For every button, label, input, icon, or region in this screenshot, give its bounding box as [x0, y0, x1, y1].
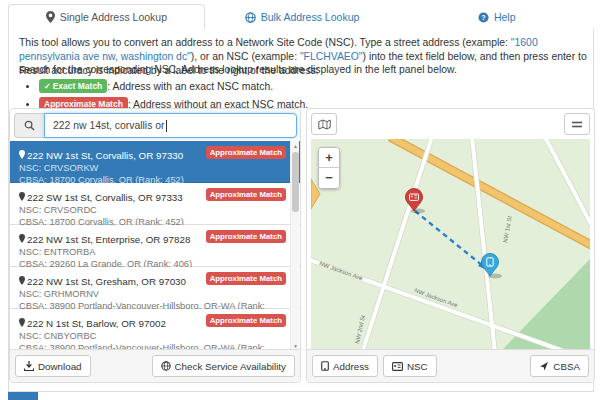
map-panel: NW Jackson Ave NW Jackson Ave NW 1st St … [306, 108, 595, 383]
search-value: 222 nw 14st, corvallis or [53, 120, 164, 131]
tab-label: Help [494, 11, 516, 23]
match-badge: Approximate Match [206, 230, 286, 243]
globe-icon [161, 361, 171, 371]
basemap-button[interactable] [311, 113, 337, 135]
tab-label: Bulk Address Lookup [261, 11, 360, 23]
result-item[interactable]: 222 N 1st St, Barlow, OR 97002 Approxima… [10, 309, 300, 351]
tab-content: This tool allows you to convert an addre… [8, 29, 594, 392]
result-item[interactable]: 222 SW 1st St, Corvallis, OR 97333 Appro… [10, 183, 300, 225]
result-address: 222 NW 1st St, Gresham, OR 97030 [27, 276, 186, 287]
zoom-in-button[interactable]: + [319, 148, 339, 168]
result-address: 222 N 1st St, Barlow, OR 97002 [27, 318, 166, 329]
tab-bar: Single Address Lookup Bulk Address Looku… [8, 4, 594, 30]
intro-text: This tool allows you to convert an addre… [19, 37, 511, 48]
result-address: 222 NW 1st St, Corvallis, OR 97330 [27, 150, 183, 161]
result-nsc: NSC: CRVSORKW [19, 163, 274, 175]
check-icon: ✓ [44, 82, 51, 91]
check-service-availability-button[interactable]: Check Service Availability [152, 355, 295, 377]
button-label: Address [333, 361, 369, 372]
result-nsc: NSC: ENTRORBA [19, 247, 274, 259]
map-zoom-control: + − [318, 147, 340, 189]
result-address: 222 SW 1st St, Corvallis, OR 97333 [27, 192, 183, 203]
nsc-lookup-app: Single Address Lookup Bulk Address Looku… [0, 0, 602, 400]
legend-exact-match: ✓Exact Match: Address with an exact NSC … [39, 79, 308, 93]
tab-bulk-address-lookup[interactable]: Bulk Address Lookup [205, 4, 400, 30]
download-button[interactable]: Download [15, 355, 91, 377]
map-footer-left-buttons: Address NSC [312, 355, 437, 377]
results-scrollbar[interactable]: ▲ ▼ [290, 141, 299, 351]
search-group: 222 nw 14st, corvallis or [14, 113, 297, 138]
result-nsc: NSC: GRHMORNV [19, 289, 274, 301]
map-marker-icon [19, 313, 25, 331]
tab-label: Single Address Lookup [60, 11, 167, 23]
zoom-out-button[interactable]: − [319, 168, 339, 188]
results-list: 222 NW 1st St, Corvallis, OR 97330 Appro… [10, 141, 300, 351]
send-arrow-icon [539, 361, 549, 371]
cbsa-button[interactable]: CBSA [530, 355, 589, 377]
folded-map-icon [318, 119, 331, 130]
results-footer: Download Check Service Availability [10, 349, 300, 382]
tab-help[interactable]: ? Help [399, 4, 594, 30]
match-badge: Approximate Match [206, 188, 286, 201]
svg-text:?: ? [481, 13, 486, 22]
search-icon [24, 120, 35, 131]
nsc-button[interactable]: NSC [383, 355, 437, 377]
match-badge: Approximate Match [206, 314, 286, 327]
map-marker-icon [19, 229, 25, 247]
badge-label: Exact Match [53, 81, 103, 91]
map-svg: NW Jackson Ave NW Jackson Ave NW 1st St … [311, 139, 590, 351]
scrollbar-thumb[interactable] [292, 152, 299, 212]
layers-lines-icon [571, 120, 583, 129]
map-footer: Address NSC [307, 349, 594, 382]
map-marker-icon [19, 187, 25, 205]
layers-button[interactable] [564, 113, 590, 135]
address-button[interactable]: Address [312, 355, 378, 377]
exact-match-badge: ✓Exact Match [39, 79, 107, 93]
question-circle-icon: ? [478, 12, 489, 23]
accuracy-note: Result accuracy is indicated by a label … [19, 65, 319, 76]
map-marker-icon [46, 11, 55, 23]
map-marker-icon [19, 271, 25, 289]
search-input[interactable]: 222 nw 14st, corvallis or [44, 113, 297, 138]
match-badge: Approximate Match [206, 272, 286, 285]
result-nsc: NSC: CRVSORDC [19, 205, 274, 217]
results-panel: 222 nw 14st, corvallis or 222 NW 1st St,… [9, 108, 301, 383]
result-nsc: NSC: CNBYORBC [19, 331, 274, 343]
button-label: Check Service Availability [175, 361, 286, 372]
search-addon [14, 113, 44, 138]
button-label: NSC [407, 361, 428, 372]
globe-icon [245, 12, 256, 23]
result-address: 222 NW 1st St, Enterprise, OR 97828 [27, 234, 190, 245]
building-icon [321, 361, 329, 371]
download-icon [24, 361, 34, 371]
result-item[interactable]: 222 NW 1st St, Enterprise, OR 97828 Appr… [10, 225, 300, 267]
result-item[interactable]: 222 NW 1st St, Gresham, OR 97030 Approxi… [10, 267, 300, 309]
intro-text: ), or an NSC (example: [191, 51, 300, 62]
button-label: Download [38, 361, 82, 372]
button-label: CBSA [553, 361, 580, 372]
legend-desc: : Address with an exact NSC match. [107, 81, 273, 92]
scroll-up-arrow[interactable]: ▲ [291, 143, 300, 149]
tab-single-address-lookup[interactable]: Single Address Lookup [8, 4, 205, 30]
example-nsc-link[interactable]: "FLCHVAEO" [300, 51, 363, 62]
map-marker-icon [19, 145, 25, 163]
text-caret [166, 120, 167, 132]
map-canvas[interactable]: NW Jackson Ave NW Jackson Ave NW 1st St … [311, 139, 590, 351]
address-card-icon [392, 362, 403, 371]
result-item[interactable]: 222 NW 1st St, Corvallis, OR 97330 Appro… [10, 141, 300, 183]
map-toolbar [311, 113, 590, 137]
match-badge: Approximate Match [206, 146, 286, 159]
